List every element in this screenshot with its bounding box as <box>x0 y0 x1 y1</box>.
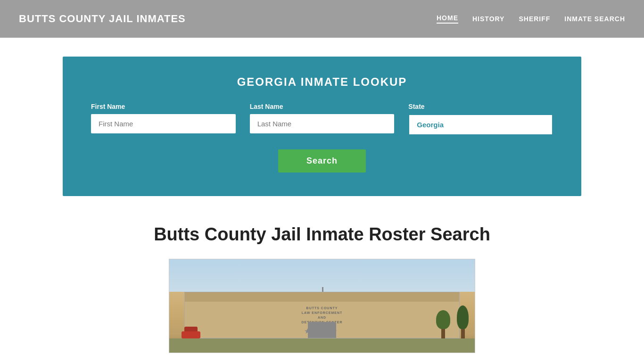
nav-history[interactable]: HISTORY <box>472 15 504 23</box>
search-fields: First Name Last Name State <box>91 103 553 135</box>
main-nav: HOME HISTORY SHERIFF INMATE SEARCH <box>437 14 625 24</box>
jail-building-image: BUTTS COUNTY LAW ENFORCEMENT AND DETENTI… <box>169 259 475 353</box>
last-name-label: Last Name <box>250 103 395 110</box>
search-section: GEORGIA INMATE LOOKUP First Name Last Na… <box>63 57 581 196</box>
search-button[interactable]: Search <box>278 149 366 173</box>
search-section-title: GEORGIA INMATE LOOKUP <box>91 75 553 89</box>
nav-home[interactable]: HOME <box>437 14 458 24</box>
first-name-input[interactable] <box>91 114 236 133</box>
nav-inmate-search[interactable]: INMATE SEARCH <box>564 15 625 23</box>
state-label: State <box>408 103 553 110</box>
first-name-field-group: First Name <box>91 103 236 135</box>
site-header: BUTTS COUNTY JAIL INMATES HOME HISTORY S… <box>0 0 644 38</box>
first-name-label: First Name <box>91 103 236 110</box>
page-heading: Butts County Jail Inmate Roster Search <box>82 224 562 245</box>
last-name-field-group: Last Name <box>250 103 395 135</box>
nav-sheriff[interactable]: SHERIFF <box>519 15 550 23</box>
last-name-input[interactable] <box>250 114 395 133</box>
state-input[interactable] <box>408 114 553 135</box>
site-title: BUTTS COUNTY JAIL INMATES <box>19 13 186 25</box>
search-button-wrapper: Search <box>91 149 553 173</box>
state-field-group: State <box>408 103 553 135</box>
content-section: Butts County Jail Inmate Roster Search B… <box>63 215 581 362</box>
